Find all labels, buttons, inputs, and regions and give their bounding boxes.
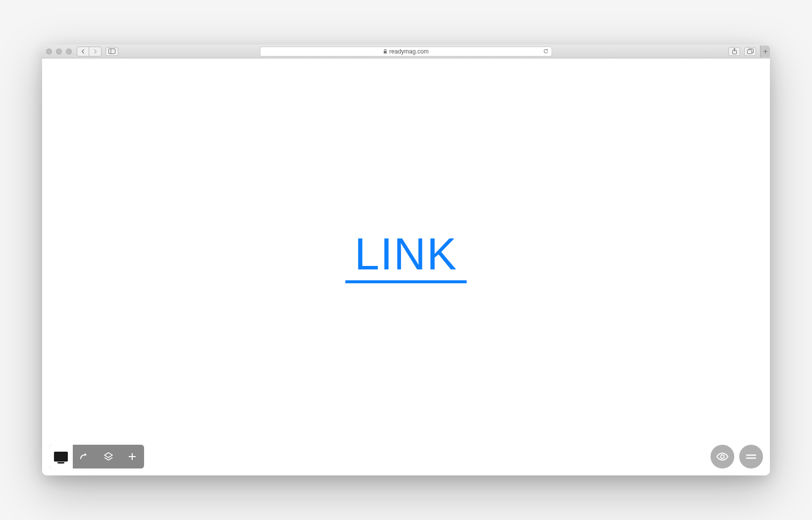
page-link[interactable]: LINK	[355, 232, 457, 276]
maximize-window-button[interactable]	[66, 49, 72, 54]
tabs-icon	[747, 49, 754, 54]
minimize-window-button[interactable]	[56, 49, 62, 54]
share-button[interactable]	[728, 47, 740, 56]
lock-icon	[383, 49, 387, 54]
editor-toolbar	[49, 445, 144, 468]
svg-rect-5	[747, 50, 752, 54]
editor-right-controls	[710, 445, 763, 468]
monitor-icon	[54, 452, 68, 462]
chevron-right-icon	[93, 49, 97, 54]
address-bar[interactable]: readymag.com	[260, 47, 552, 56]
page-viewport: LINK	[42, 58, 770, 475]
preview-button[interactable]	[710, 445, 734, 468]
page-link-underline	[346, 280, 467, 283]
browser-right-controls	[728, 46, 766, 57]
forward-button[interactable]	[89, 47, 101, 56]
new-tab-button[interactable]	[760, 46, 770, 57]
device-desktop-button[interactable]	[49, 445, 73, 468]
svg-point-10	[721, 455, 724, 459]
svg-rect-0	[109, 49, 115, 54]
layers-button[interactable]	[97, 445, 120, 468]
close-window-button[interactable]	[46, 49, 52, 54]
browser-window: readymag.com	[42, 45, 770, 475]
animation-arrow-icon	[79, 452, 90, 461]
nav-button-group	[77, 47, 102, 56]
chevron-left-icon	[81, 49, 85, 54]
layers-icon	[103, 451, 114, 462]
back-button[interactable]	[77, 47, 89, 56]
add-widget-button[interactable]	[120, 445, 144, 468]
url-text: readymag.com	[389, 48, 428, 55]
sidebar-icon	[108, 49, 115, 54]
plus-icon	[127, 452, 137, 462]
tabs-button[interactable]	[744, 47, 756, 56]
window-controls	[46, 49, 72, 54]
sidebar-toggle-button[interactable]	[105, 47, 118, 56]
animation-button[interactable]	[73, 445, 97, 468]
refresh-button[interactable]	[543, 49, 549, 54]
svg-rect-2	[384, 51, 387, 53]
browser-toolbar: readymag.com	[42, 45, 770, 58]
hamburger-icon	[746, 454, 757, 460]
eye-icon	[716, 452, 729, 461]
plus-icon	[763, 49, 768, 54]
menu-button[interactable]	[739, 445, 763, 468]
share-icon	[732, 48, 737, 54]
